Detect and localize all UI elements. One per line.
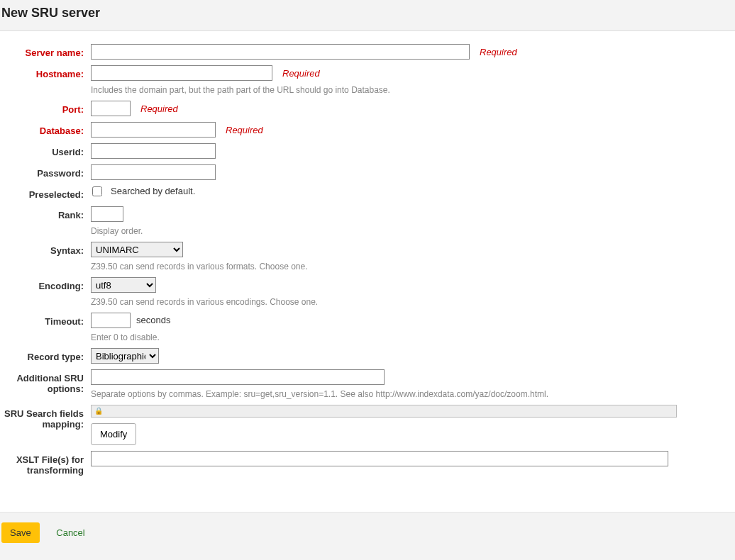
row-record-type: Record type: Bibliographic — [0, 348, 735, 364]
row-xslt: XSLT File(s) for transforming — [0, 451, 735, 476]
label-record-type: Record type: — [0, 348, 91, 363]
sru-mapping-display: 🔒 — [91, 405, 677, 418]
rank-hint: Display order. — [91, 226, 143, 236]
additional-sru-hint: Separate options by commas. Example: sru… — [91, 389, 548, 399]
hostname-input[interactable] — [91, 65, 272, 81]
row-hostname: Hostname: Required Includes the domain p… — [0, 65, 735, 95]
label-userid: Userid: — [0, 143, 91, 158]
syntax-hint: Z39.50 can send records in various forma… — [91, 262, 308, 271]
label-encoding: Encoding: — [0, 277, 91, 292]
required-badge: Required — [226, 125, 263, 135]
encoding-hint: Z39.50 can send records in various encod… — [91, 297, 318, 307]
password-input[interactable] — [91, 164, 216, 180]
preselected-checkbox-label: Searched by default. — [111, 186, 195, 196]
label-port: Port: — [0, 101, 91, 116]
label-server-name: Server name: — [0, 44, 91, 59]
form-container: Server name: Required Hostname: Required… — [0, 31, 735, 476]
page-title: New SRU server — [0, 6, 735, 21]
server-name-input[interactable] — [91, 44, 470, 60]
lock-icon: 🔒 — [94, 407, 103, 415]
row-server-name: Server name: Required — [0, 44, 735, 60]
label-xslt: XSLT File(s) for transforming — [0, 451, 91, 476]
database-input[interactable] — [91, 122, 216, 138]
label-preselected: Preselected: — [0, 186, 91, 201]
timeout-input[interactable] — [91, 313, 131, 328]
label-database: Database: — [0, 122, 91, 137]
rank-input[interactable] — [91, 206, 123, 222]
row-sru-mapping: SRU Search fields mapping: 🔒 Modify — [0, 405, 735, 445]
row-encoding: Encoding: utf8 Z39.50 can send records i… — [0, 277, 735, 307]
header-bar: New SRU server — [0, 0, 735, 31]
row-port: Port: Required — [0, 101, 735, 116]
row-syntax: Syntax: UNIMARC Z39.50 can send records … — [0, 242, 735, 271]
encoding-select[interactable]: utf8 — [91, 277, 156, 293]
timeout-unit: seconds — [136, 315, 170, 325]
modify-button[interactable]: Modify — [91, 423, 136, 445]
xslt-input[interactable] — [91, 451, 668, 466]
row-preselected: Preselected: Searched by default. — [0, 186, 735, 201]
row-timeout: Timeout: seconds Enter 0 to disable. — [0, 313, 735, 342]
label-additional-sru: Additional SRU options: — [0, 369, 91, 395]
label-sru-mapping: SRU Search fields mapping: — [0, 405, 91, 430]
additional-sru-input[interactable] — [91, 369, 385, 385]
syntax-select[interactable]: UNIMARC — [91, 242, 183, 257]
required-badge: Required — [140, 103, 178, 114]
timeout-hint: Enter 0 to disable. — [91, 332, 160, 342]
row-password: Password: — [0, 164, 735, 180]
hostname-hint: Includes the domain part, but the path p… — [91, 85, 390, 95]
label-timeout: Timeout: — [0, 313, 91, 327]
port-input[interactable] — [91, 101, 131, 116]
label-syntax: Syntax: — [0, 242, 91, 257]
row-userid: Userid: — [0, 143, 735, 159]
userid-input[interactable] — [91, 143, 216, 159]
label-hostname: Hostname: — [0, 65, 91, 80]
required-badge: Required — [282, 68, 320, 79]
row-database: Database: Required — [0, 122, 735, 138]
label-rank: Rank: — [0, 206, 91, 221]
row-additional-sru: Additional SRU options: Separate options… — [0, 369, 735, 399]
row-rank: Rank: Display order. — [0, 206, 735, 236]
record-type-select[interactable]: Bibliographic — [91, 348, 159, 364]
label-password: Password: — [0, 164, 91, 179]
required-badge: Required — [480, 47, 517, 57]
preselected-checkbox[interactable] — [92, 186, 102, 196]
